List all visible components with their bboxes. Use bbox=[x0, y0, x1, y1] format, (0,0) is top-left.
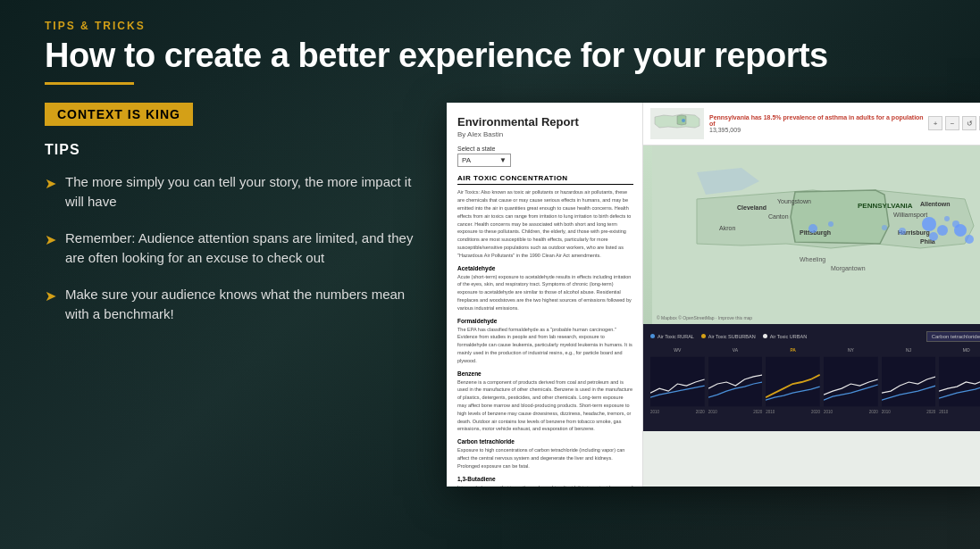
report-select-label: Select a state bbox=[457, 146, 633, 152]
legend-rural-label: Air Toxic RURAL bbox=[658, 334, 694, 339]
charts-row: WV 2010 2020 bbox=[650, 347, 980, 414]
chart-va: VA 2010 2020 bbox=[708, 347, 763, 414]
chart-va-svg bbox=[708, 355, 763, 408]
chart-nj-years: 2010 2020 bbox=[882, 410, 936, 414]
map-header: Pennsylvania has 18.5% prevalence of ast… bbox=[643, 103, 980, 146]
chart-wv-svg bbox=[650, 355, 705, 408]
chart-wv: WV 2010 2020 bbox=[650, 347, 705, 414]
chart-ny: NY 2010 2020 bbox=[824, 347, 878, 414]
svg-point-19 bbox=[929, 232, 938, 241]
header: TIPS & TRICKS How to create a better exp… bbox=[0, 0, 980, 94]
svg-text:© Mapbox © OpenStreetMap · Imp: © Mapbox © OpenStreetMap · Improve this … bbox=[657, 315, 752, 320]
charts-legend: Air Toxic RURAL Air Toxic SUBURBAN Air T… bbox=[650, 334, 807, 339]
report-subsection-5: 1,3-Butadiene bbox=[457, 476, 633, 482]
map-ctrl-zoom-out[interactable]: − bbox=[945, 116, 959, 130]
section-badge: CONTEXT IS KING bbox=[45, 103, 193, 126]
title-underline bbox=[45, 82, 134, 85]
chart-nj-label: NJ bbox=[906, 347, 911, 353]
legend-suburban: Air Toxic SUBURBAN bbox=[701, 334, 756, 339]
svg-point-15 bbox=[808, 224, 817, 233]
legend-suburban-dot bbox=[701, 334, 706, 338]
main-layout: CONTEXT IS KING TIPS ➤ The more simply y… bbox=[0, 94, 980, 527]
chart-va-years: 2010 2020 bbox=[708, 410, 763, 414]
svg-text:Canton: Canton bbox=[768, 213, 789, 220]
report-subtext-5: It is a colorless gas that is easily con… bbox=[457, 484, 633, 487]
svg-point-23 bbox=[965, 235, 974, 244]
svg-point-1 bbox=[682, 119, 685, 122]
svg-point-24 bbox=[899, 228, 906, 235]
charts-dropdown[interactable]: Carbon tetrachloride ▼ bbox=[926, 331, 980, 342]
svg-point-16 bbox=[828, 221, 833, 227]
report-subsection-4: Carbon tetrachloride bbox=[457, 438, 633, 445]
chart-pa-years: 2010 2020 bbox=[766, 410, 820, 414]
tips-label: TIPS bbox=[45, 142, 420, 158]
charts-header: Air Toxic RURAL Air Toxic SUBURBAN Air T… bbox=[650, 331, 980, 342]
report-subsection-3: Benzene bbox=[457, 370, 633, 377]
legend-urban: Air Toxic URBAN bbox=[763, 334, 807, 339]
report-subsection-2: Formaldehyde bbox=[457, 318, 633, 324]
chart-mo-svg bbox=[939, 355, 980, 408]
report-title: Environmental Report bbox=[457, 115, 633, 129]
report-author: By Alex Bastin bbox=[457, 130, 633, 138]
map-ctrl-zoom-in[interactable]: + bbox=[928, 116, 942, 130]
chart-ny-svg bbox=[824, 355, 878, 408]
chart-year-end: 2020 bbox=[696, 410, 705, 414]
tip-item-3: ➤ Make sure your audience knows what the… bbox=[45, 285, 420, 325]
chart-va-label: VA bbox=[733, 347, 738, 353]
svg-point-21 bbox=[944, 216, 950, 221]
map-ctrl-reset[interactable]: ↺ bbox=[962, 116, 976, 130]
svg-text:Cleveland: Cleveland bbox=[737, 204, 766, 211]
report-section-title: AIR TOXIC CONCENTRATION bbox=[457, 174, 633, 185]
tip-item-2: ➤ Remember: Audience attention spans are… bbox=[45, 229, 420, 269]
svg-point-17 bbox=[922, 217, 936, 231]
svg-text:Wheeling: Wheeling bbox=[800, 256, 825, 263]
main-title: How to create a better experience for yo… bbox=[45, 37, 935, 75]
right-panel: Environmental Report By Alex Bastin Sele… bbox=[447, 103, 980, 518]
subtitle-label: TIPS & TRICKS bbox=[45, 20, 935, 32]
tip-text-1: The more simply you can tell your story,… bbox=[65, 172, 420, 212]
map-body: Potential for Exposure ▼ bbox=[643, 146, 980, 324]
svg-point-22 bbox=[954, 224, 967, 237]
tip-arrow-2: ➤ bbox=[45, 230, 56, 250]
svg-rect-28 bbox=[708, 356, 763, 406]
report-body-text: Air Toxics: Also known as toxic air poll… bbox=[457, 188, 633, 259]
chart-year-start: 2010 bbox=[650, 410, 659, 414]
legend-rural-dot bbox=[650, 334, 655, 338]
map-svg: Cleveland Allentown Pittsburgh Harrisbur… bbox=[643, 146, 980, 324]
tip-arrow-1: ➤ bbox=[45, 174, 56, 194]
legend-urban-dot bbox=[763, 334, 767, 338]
report-subtext-4: Exposure to high concentrations of carbo… bbox=[457, 446, 633, 470]
report-right: Pennsylvania has 18.5% prevalence of ast… bbox=[643, 103, 980, 487]
svg-text:PENNSYLVANIA: PENNSYLVANIA bbox=[858, 202, 913, 210]
report-subtext-3: Benzene is a component of products deriv… bbox=[457, 378, 633, 434]
legend-rural: Air Toxic RURAL bbox=[650, 334, 694, 339]
charts-section: Air Toxic RURAL Air Toxic SUBURBAN Air T… bbox=[643, 324, 980, 431]
chart-pa-label: PA bbox=[790, 347, 796, 353]
us-map-icon bbox=[650, 108, 704, 139]
report-subsection-1: Acetaldehyde bbox=[457, 265, 633, 271]
chart-pa: PA 2010 2020 bbox=[766, 347, 820, 414]
chart-ny-years: 2010 2020 bbox=[824, 410, 878, 414]
legend-suburban-label: Air Toxic SUBURBAN bbox=[708, 334, 756, 339]
chart-pa-svg bbox=[766, 355, 820, 408]
report-subtext-1: Acute (short-term) exposure to acetaldeh… bbox=[457, 273, 633, 312]
svg-rect-32 bbox=[939, 356, 980, 406]
report-left: Environmental Report By Alex Bastin Sele… bbox=[447, 103, 643, 487]
report-select-arrow: ▼ bbox=[499, 156, 507, 164]
charts-dropdown-label: Carbon tetrachloride bbox=[932, 334, 980, 339]
report-select-box[interactable]: PA ▼ bbox=[457, 154, 511, 167]
map-state-text: Pennsylvania has 18.5% prevalence of ast… bbox=[709, 114, 924, 127]
map-state-bold: Pennsylvania has 18.5% prevalence of ast… bbox=[709, 114, 928, 127]
report-select-value: PA bbox=[462, 156, 471, 164]
chart-wv-label: WV bbox=[674, 347, 681, 353]
svg-text:Akron: Akron bbox=[719, 225, 735, 231]
chart-nj: NJ 2010 2020 bbox=[882, 347, 936, 414]
svg-text:Youngstown: Youngstown bbox=[777, 198, 811, 205]
chart-nj-svg bbox=[882, 355, 936, 408]
chart-wv-years: 2010 2020 bbox=[650, 410, 705, 414]
svg-point-18 bbox=[937, 225, 948, 236]
svg-text:Morgantown: Morgantown bbox=[831, 265, 866, 272]
map-population: 13,395,009 bbox=[709, 127, 928, 133]
tip-item-1: ➤ The more simply you can tell your stor… bbox=[45, 172, 420, 212]
chart-mo: MO 2010 2020 bbox=[939, 347, 980, 414]
